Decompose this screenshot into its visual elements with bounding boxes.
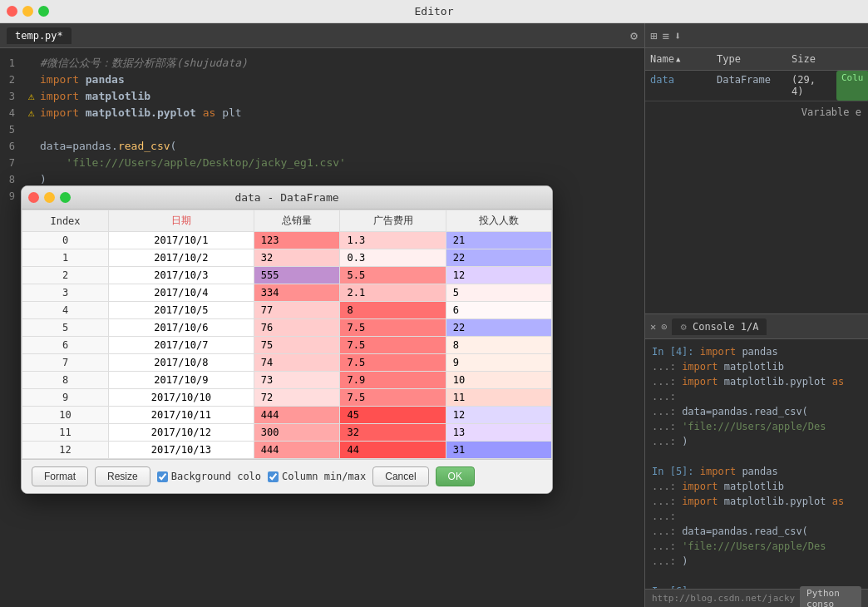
bg-color-checkbox-label[interactable]: Background colo (157, 471, 261, 482)
title-bar: Editor (0, 0, 868, 23)
code-line-2: 2 import pandas (0, 72, 644, 88)
table-row: 2 2017/10/3 555 5.5 12 (22, 267, 552, 284)
format-button[interactable]: Format (32, 466, 88, 486)
dialog-win-controls (28, 192, 71, 203)
code-line-4: 4 ⚠ import matplotlib.pyplot as plt (0, 105, 644, 121)
var-header-name: Name ▲ (645, 52, 712, 67)
table-container[interactable]: Index 日期 总销量 广告费用 投入人数 0 2017/10/1 123 (22, 210, 552, 459)
var-size: (29, 4) (787, 71, 836, 101)
dialog-max-button[interactable] (60, 192, 71, 203)
console-label-btn[interactable]: Python conso (800, 586, 861, 608)
dialog-title: data - DataFrame (234, 191, 338, 204)
editor-panel: temp.py* ⚙ 1 #微信公众号：数据分析部落(shujudata) 2 … (0, 23, 644, 607)
console-tab-label: Console 1/A (693, 321, 758, 333)
code-line-1: 1 #微信公众号：数据分析部落(shujudata) (0, 55, 644, 72)
ok-button[interactable]: OK (436, 466, 475, 486)
console-toolbar-icon1[interactable]: ✕ (650, 321, 656, 333)
window-title: Editor (415, 5, 454, 17)
col-header-index: Index (22, 210, 109, 232)
table-row: 0 2017/10/1 123 1.3 21 (22, 232, 552, 249)
code-content-6: data=pandas.read_csv( (40, 138, 176, 155)
console-entry-5: In [5]: import pandas (652, 464, 861, 479)
console-content[interactable]: In [4]: import pandas ...: import matplo… (645, 339, 868, 589)
cancel-button[interactable]: Cancel (372, 466, 428, 486)
col-minmax-checkbox-label[interactable]: Column min/max (268, 471, 366, 482)
status-bar: http://blog.csdn.net/jacky Python conso (645, 589, 868, 607)
main-layout: temp.py* ⚙ 1 #微信公众号：数据分析部落(shujudata) 2 … (0, 23, 868, 607)
var-table-header: Name ▲ Type Size (645, 48, 868, 71)
var-header-type: Type (712, 52, 787, 67)
col-minmax-label: Column min/max (282, 471, 366, 482)
var-toolbar-icon2[interactable]: ≡ (662, 29, 668, 42)
editor-toolbar: temp.py* ⚙ (0, 23, 644, 48)
table-row: 11 2017/10/12 300 32 13 (22, 424, 552, 442)
var-data-row[interactable]: data DataFrame (29, 4) Colu (645, 71, 868, 101)
var-explorer-label: Variable e (645, 101, 868, 123)
dialog-close-button[interactable] (28, 192, 39, 203)
var-header-size: Size (787, 52, 836, 67)
code-line-6: 6 data=pandas.read_csv( (0, 138, 644, 155)
table-row: 4 2017/10/5 77 8 6 (22, 302, 552, 319)
code-content-2: import pandas (40, 72, 125, 88)
var-header-col (836, 52, 868, 67)
col-header-date: 日期 (109, 210, 254, 232)
maximize-button[interactable] (38, 6, 49, 17)
var-name: data (645, 71, 712, 101)
col-header-people: 投入人数 (446, 210, 551, 232)
table-row: 5 2017/10/6 76 7.5 22 (22, 319, 552, 337)
status-url: http://blog.csdn.net/jacky (652, 593, 795, 604)
code-line-7: 7 'file:///Users/apple/Desktop/jacky_eg1… (0, 155, 644, 171)
dataframe-dialog: data - DataFrame Index 日期 总销量 广告费用 投入人数 (21, 185, 553, 494)
line-num-1: 1 (0, 55, 23, 72)
table-row: 12 2017/10/13 444 44 31 (22, 442, 552, 459)
dataframe-table: Index 日期 总销量 广告费用 投入人数 0 2017/10/1 123 (22, 210, 552, 459)
code-content-4: import matplotlib.pyplot as plt (40, 105, 242, 121)
dialog-footer: Format Resize Background colo Column min… (22, 459, 552, 493)
var-toolbar-icon1[interactable]: ⊞ (650, 29, 657, 42)
var-toolbar-icon3[interactable]: ⬇ (674, 29, 681, 42)
warning-icon-3: ⚠ (23, 88, 40, 105)
var-toolbar: ⊞ ≡ ⬇ (645, 23, 868, 48)
code-line-5: 5 (0, 121, 644, 138)
editor-tab[interactable]: temp.py* (7, 27, 72, 44)
table-row: 9 2017/10/10 72 7.5 11 (22, 389, 552, 407)
table-row: 3 2017/10/4 334 2.1 5 (22, 284, 552, 302)
code-content-3: import matplotlib (40, 88, 150, 105)
col-header-sales: 总销量 (254, 210, 340, 232)
table-row: 6 2017/10/7 75 7.5 8 (22, 337, 552, 354)
minimize-button[interactable] (22, 6, 33, 17)
close-button[interactable] (7, 6, 17, 17)
col-header-ad: 广告费用 (340, 210, 446, 232)
table-row: 1 2017/10/2 32 0.3 22 (22, 249, 552, 267)
console-toolbar: ✕ ⊙ ⚙ Console 1/A (645, 314, 868, 339)
console-tab[interactable]: ⚙ Console 1/A (672, 318, 767, 335)
col-minmax-checkbox[interactable] (268, 471, 279, 482)
console-entry-4: In [4]: import pandas (652, 344, 861, 359)
var-col-btn[interactable]: Colu (836, 71, 868, 101)
var-type: DataFrame (712, 71, 787, 101)
variable-explorer: ⊞ ≡ ⬇ Name ▲ Type Size data DataFrame (2… (645, 23, 868, 314)
bg-color-checkbox[interactable] (157, 471, 168, 482)
gear-icon[interactable]: ⚙ (630, 28, 638, 43)
dialog-min-button[interactable] (44, 192, 55, 203)
code-content-1: #微信公众号：数据分析部落(shujudata) (40, 55, 248, 72)
code-content-7: 'file:///Users/apple/Desktop/jacky_eg1.c… (40, 155, 346, 171)
table-row: 8 2017/10/9 73 7.9 10 (22, 372, 552, 389)
resize-button[interactable]: Resize (95, 466, 150, 486)
warning-icon-4: ⚠ (23, 105, 40, 121)
console-toolbar-icon2[interactable]: ⊙ (661, 321, 667, 333)
right-panel: ⊞ ≡ ⬇ Name ▲ Type Size data DataFrame (2… (644, 23, 868, 607)
console-panel: ✕ ⊙ ⚙ Console 1/A In [4]: import pandas … (645, 314, 868, 607)
dialog-titlebar: data - DataFrame (22, 186, 552, 210)
code-line-3: 3 ⚠ import matplotlib (0, 88, 644, 105)
table-row: 7 2017/10/8 74 7.5 9 (22, 354, 552, 372)
bg-color-label: Background colo (171, 471, 261, 482)
table-row: 10 2017/10/11 444 45 12 (22, 407, 552, 424)
window-controls (7, 6, 49, 17)
